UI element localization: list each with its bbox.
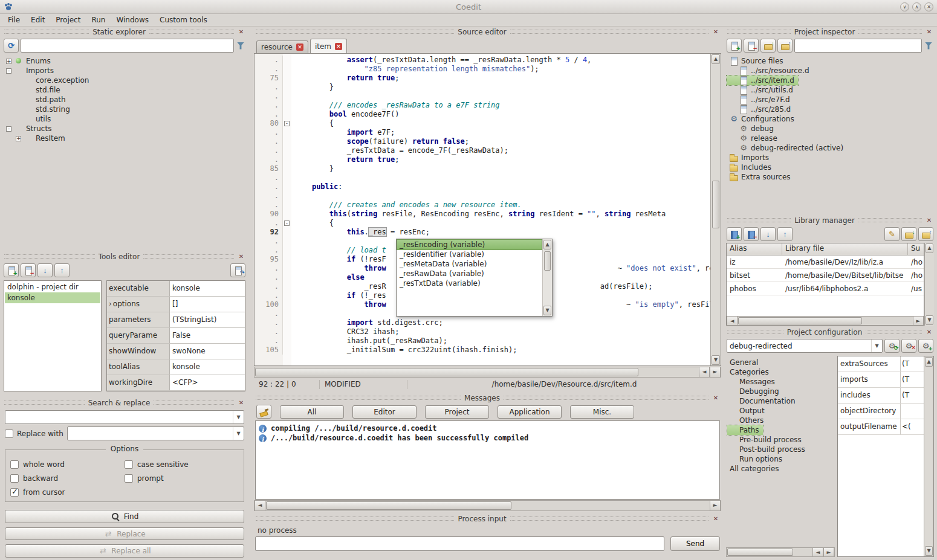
scroll-down-icon[interactable]: ▼ bbox=[925, 546, 933, 556]
property-value[interactable]: [] bbox=[170, 297, 245, 312]
symbol-tree-item[interactable]: - Imports bbox=[4, 66, 57, 76]
property-value[interactable]: (T bbox=[900, 372, 924, 387]
toolbar-button[interactable] bbox=[727, 227, 742, 241]
code-area[interactable]: . assert(_resTxtData.length == _resRawDa… bbox=[255, 54, 710, 365]
toolbar-button[interactable] bbox=[901, 339, 916, 353]
category-item[interactable]: Others bbox=[727, 416, 767, 425]
close-panel-icon[interactable]: ✕ bbox=[238, 399, 245, 407]
scroll-track[interactable] bbox=[924, 367, 933, 546]
scroll-right-icon[interactable]: ► bbox=[913, 317, 924, 325]
scroll-track[interactable] bbox=[543, 250, 552, 305]
scroll-down-icon[interactable]: ▼ bbox=[712, 355, 720, 365]
category-item[interactable]: Output bbox=[727, 406, 768, 416]
toolbar-button[interactable] bbox=[884, 339, 900, 353]
property-value[interactable]: konsole bbox=[170, 281, 245, 296]
scroll-right-icon[interactable]: ► bbox=[823, 548, 834, 556]
configuration-property-row[interactable]: imports (T bbox=[838, 372, 924, 388]
editor-tab[interactable]: item ✕ bbox=[310, 39, 347, 53]
close-panel-icon[interactable]: ✕ bbox=[238, 28, 245, 36]
window-control-button[interactable]: ∨ bbox=[900, 2, 909, 11]
editor-horizontal-scrollbar[interactable]: ◄ ► bbox=[254, 367, 721, 378]
messages-filter-button[interactable]: All bbox=[280, 405, 344, 419]
library-manager-header[interactable]: Library manager ✕ bbox=[725, 215, 935, 225]
replace-input[interactable]: ▼ bbox=[67, 426, 244, 440]
chevron-down-icon[interactable]: ▼ bbox=[233, 427, 244, 440]
symbol-filter-input[interactable] bbox=[21, 39, 234, 53]
messages-filter-button[interactable]: Project bbox=[425, 405, 489, 419]
search-replace-header[interactable]: Search & replace ✕ bbox=[2, 397, 247, 408]
close-panel-icon[interactable]: ✕ bbox=[926, 28, 933, 36]
category-item[interactable]: Run options bbox=[727, 454, 786, 464]
symbol-tree-item[interactable]: std.path bbox=[4, 95, 70, 105]
static-explorer-header[interactable]: Static explorer ✕ bbox=[2, 27, 247, 37]
project-tree-item[interactable]: ../src/z85.d bbox=[727, 105, 794, 114]
source-editor-header[interactable]: Source editor ✕ bbox=[254, 27, 721, 37]
editor-tab[interactable]: resource ✕ bbox=[256, 40, 308, 53]
project-tree-item[interactable]: Configurations bbox=[727, 114, 798, 124]
send-button[interactable]: Send bbox=[670, 536, 720, 551]
property-value[interactable]: (T bbox=[900, 356, 924, 372]
grid-vertical-scrollbar[interactable]: ▲ ▼ bbox=[924, 356, 933, 556]
property-value[interactable]: (TStringList) bbox=[170, 312, 245, 327]
editor-vertical-scrollbar[interactable]: ▲ ▼ bbox=[710, 54, 721, 365]
category-item[interactable]: Paths bbox=[727, 425, 763, 435]
close-tab-icon[interactable]: ✕ bbox=[296, 43, 303, 51]
scroll-thumb[interactable] bbox=[738, 317, 862, 324]
library-row[interactable]: iz /home/basile/Dev/Iz/lib/iz.a /ho bbox=[727, 256, 924, 269]
messages-filter-button[interactable]: Application bbox=[498, 405, 562, 419]
messages-filter-button[interactable]: Editor bbox=[352, 405, 417, 419]
project-tree-item[interactable]: debug-redirected (active) bbox=[727, 143, 847, 153]
refresh-button[interactable] bbox=[4, 39, 19, 53]
expander-icon[interactable]: + bbox=[6, 59, 11, 64]
toolbar-button[interactable] bbox=[744, 39, 759, 53]
symbol-tree-item[interactable]: + ResItem bbox=[4, 134, 69, 143]
toolbar-button[interactable] bbox=[4, 263, 19, 277]
property-row[interactable]: ›queryParame False bbox=[107, 328, 245, 344]
project-tree-item[interactable]: ../src/item.d bbox=[727, 76, 798, 85]
close-panel-icon[interactable]: ✕ bbox=[926, 217, 933, 224]
configuration-property-row[interactable]: includes (T bbox=[838, 388, 924, 404]
menu-item[interactable]: File bbox=[2, 14, 25, 25]
close-panel-icon[interactable]: ✕ bbox=[712, 515, 719, 523]
categories-horizontal-scrollbar[interactable]: ◄ ► bbox=[726, 547, 835, 557]
tools-editor-header[interactable]: Tools editor ✕ bbox=[2, 251, 247, 262]
scroll-down-icon[interactable]: ▼ bbox=[543, 306, 551, 315]
search-option-checkbox[interactable]: prompt bbox=[125, 471, 239, 485]
toolbar-button[interactable] bbox=[744, 227, 759, 241]
scroll-left-icon[interactable]: ◄ bbox=[727, 317, 738, 325]
search-option-checkbox[interactable]: backward bbox=[10, 471, 125, 485]
configuration-property-row[interactable]: extraSources (T bbox=[838, 356, 924, 372]
category-item[interactable]: Documentation bbox=[727, 396, 799, 406]
symbol-tree-item[interactable]: utils bbox=[4, 114, 54, 124]
scroll-thumb[interactable] bbox=[544, 251, 551, 271]
project-tree-item[interactable]: Imports bbox=[727, 153, 773, 163]
toolbar-button[interactable] bbox=[21, 263, 36, 277]
inspector-filter-input[interactable] bbox=[794, 39, 922, 53]
category-item[interactable]: All categories bbox=[727, 464, 783, 474]
column-header[interactable]: Alias bbox=[727, 243, 782, 255]
symbol-tree-item[interactable]: core.exception bbox=[4, 76, 92, 85]
scroll-right-icon[interactable]: ► bbox=[710, 367, 721, 377]
scroll-down-icon[interactable]: ▼ bbox=[926, 315, 933, 325]
scroll-track[interactable] bbox=[738, 317, 913, 325]
toolbar-button[interactable] bbox=[760, 39, 776, 53]
column-header[interactable]: Library file bbox=[782, 243, 908, 255]
close-panel-icon[interactable]: ✕ bbox=[712, 28, 719, 36]
project-tree-item[interactable]: ../src/utils.d bbox=[727, 85, 797, 95]
property-row[interactable]: ›showWindow swoNone bbox=[107, 344, 245, 359]
toolbar-button[interactable] bbox=[777, 227, 793, 241]
project-tree-item[interactable]: Source files bbox=[727, 56, 787, 66]
category-item[interactable]: Messages bbox=[727, 377, 779, 387]
toolbar-button[interactable] bbox=[884, 227, 900, 241]
category-item[interactable]: Post-build process bbox=[727, 445, 809, 454]
chevron-down-icon[interactable]: ▼ bbox=[871, 340, 882, 352]
configuration-select[interactable]: debug-redirected ▼ bbox=[727, 339, 883, 353]
library-row[interactable]: bitset /home/basile/Dev/Bitset/lib/bitse… bbox=[727, 269, 924, 282]
scroll-up-icon[interactable]: ▲ bbox=[926, 243, 933, 253]
project-tree-item[interactable]: ../src/resource.d bbox=[727, 66, 813, 76]
scroll-track[interactable] bbox=[265, 501, 710, 510]
search-option-checkbox[interactable]: from cursor bbox=[10, 485, 125, 499]
toolbar-button[interactable] bbox=[777, 39, 793, 53]
scroll-thumb[interactable] bbox=[266, 501, 511, 510]
toolbar-button[interactable] bbox=[760, 227, 776, 241]
